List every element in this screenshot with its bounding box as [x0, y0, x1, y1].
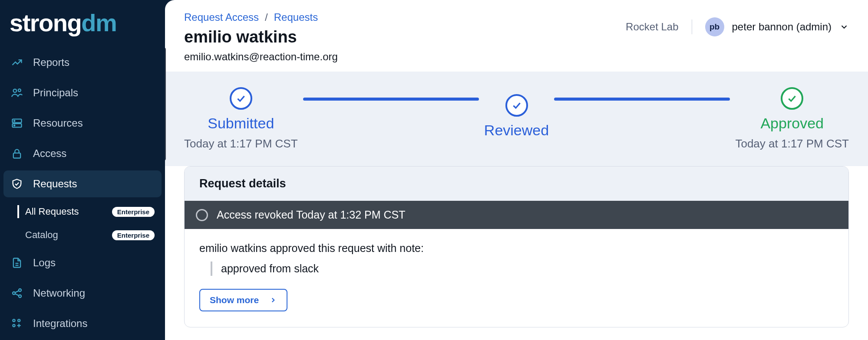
svg-point-15: [18, 319, 20, 321]
sidebar-item-principals[interactable]: Principals: [3, 79, 162, 106]
enterprise-badge: Enterprise: [112, 230, 155, 240]
topbar: Request Access / Requests emilio watkins…: [165, 0, 868, 72]
sidebar-subitem-catalog[interactable]: Catalog Enterprise: [12, 224, 162, 246]
step-approved: Approved Today at 1:17 PM CST: [735, 87, 849, 150]
main-content: Request Access / Requests emilio watkins…: [165, 0, 868, 340]
sidebar-subitem-label: All Requests: [25, 206, 79, 217]
progress-connector: [554, 98, 730, 101]
step-submitted: Submitted Today at 1:17 PM CST: [184, 87, 298, 150]
file-icon: [10, 256, 23, 269]
request-details-panel: Request details Access revoked Today at …: [184, 166, 849, 327]
org-label: Rocket Lab: [626, 21, 678, 33]
svg-rect-6: [13, 153, 20, 158]
sidebar-item-label: Reports: [33, 56, 69, 69]
sidebar-item-label: Principals: [33, 87, 78, 99]
logo-text-dm: dm: [81, 9, 116, 37]
page-title: emilio watkins: [184, 28, 338, 46]
logo: strongdm: [0, 0, 165, 49]
chevron-right-icon: [269, 296, 277, 304]
sidebar-subitem-all-requests[interactable]: All Requests Enterprise: [12, 201, 162, 222]
approval-note: approved from slack: [211, 262, 834, 276]
sidebar-item-label: Resources: [33, 117, 83, 129]
sidebar-item-label: Integrations: [33, 317, 87, 330]
sidebar-item-integrations[interactable]: Integrations: [3, 310, 162, 337]
check-circle-icon: [781, 87, 803, 110]
sidebar-item-networking[interactable]: Networking: [3, 280, 162, 307]
user-name: peter bannon (admin): [732, 21, 832, 33]
banner-text: Access revoked Today at 1:32 PM CST: [217, 209, 405, 221]
shield-check-icon: [10, 177, 23, 190]
logo-text-strong: strong: [10, 9, 81, 37]
check-circle-icon: [230, 87, 252, 110]
chart-icon: [10, 56, 23, 69]
enterprise-badge: Enterprise: [112, 207, 155, 217]
sidebar-item-resources[interactable]: Resources: [3, 110, 162, 137]
svg-line-13: [15, 294, 19, 295]
progress-connector: [303, 98, 479, 101]
step-label: Submitted: [208, 115, 274, 132]
sidebar: strongdm Reports Principals Resources: [0, 0, 165, 340]
sidebar-subnav: All Requests Enterprise Catalog Enterpri…: [3, 201, 162, 246]
svg-line-12: [15, 291, 19, 292]
approval-line: emilio watkins approved this request wit…: [199, 242, 834, 255]
progress-bar: Submitted Today at 1:17 PM CST Reviewed …: [184, 87, 849, 150]
divider: [692, 20, 692, 34]
lock-icon: [10, 147, 23, 160]
sidebar-item-label: Logs: [33, 257, 56, 269]
step-label: Approved: [760, 115, 824, 132]
sidebar-item-label: Requests: [33, 178, 77, 190]
breadcrumb-request-access[interactable]: Request Access: [184, 11, 259, 23]
page-email: emilio.watkins@reaction-time.org: [184, 51, 338, 63]
svg-point-11: [19, 295, 21, 298]
details-body: emilio watkins approved this request wit…: [185, 229, 848, 327]
sidebar-item-label: Networking: [33, 287, 85, 299]
user-menu[interactable]: pb peter bannon (admin): [705, 17, 849, 36]
sidebar-item-reports[interactable]: Reports: [3, 49, 162, 76]
svg-point-4: [14, 121, 15, 121]
svg-point-16: [13, 324, 15, 327]
topbar-right: Rocket Lab pb peter bannon (admin): [626, 11, 849, 36]
breadcrumb-separator: /: [265, 11, 268, 23]
details-header: Request details: [185, 167, 848, 201]
share-icon: [10, 287, 23, 300]
chevron-down-icon: [839, 22, 849, 32]
svg-point-5: [14, 125, 15, 126]
grid-plus-icon: [10, 317, 23, 330]
check-circle-icon: [505, 94, 528, 117]
sidebar-item-access[interactable]: Access: [3, 140, 162, 167]
breadcrumb-requests[interactable]: Requests: [274, 11, 318, 23]
step-label: Reviewed: [484, 122, 549, 139]
svg-point-0: [13, 89, 17, 92]
topbar-left: Request Access / Requests emilio watkins…: [184, 11, 338, 63]
scrollbar-thumb[interactable]: [165, 48, 166, 160]
revoked-banner: Access revoked Today at 1:32 PM CST: [185, 201, 848, 229]
show-more-button[interactable]: Show more: [199, 289, 287, 311]
sidebar-item-label: Access: [33, 147, 66, 160]
circle-icon: [196, 209, 208, 221]
sidebar-subitem-label: Catalog: [25, 229, 58, 241]
svg-point-10: [19, 289, 21, 291]
server-icon: [10, 117, 23, 130]
sidebar-item-requests[interactable]: Requests: [3, 170, 162, 197]
step-time: Today at 1:17 PM CST: [735, 137, 849, 150]
svg-point-14: [13, 319, 15, 321]
step-time: Today at 1:17 PM CST: [184, 137, 298, 150]
step-reviewed: Reviewed: [484, 94, 549, 144]
show-more-label: Show more: [210, 295, 259, 305]
sidebar-item-logs[interactable]: Logs: [3, 249, 162, 276]
svg-point-1: [18, 89, 21, 92]
users-icon: [10, 86, 23, 99]
sidebar-nav: Reports Principals Resources Access Requ: [0, 49, 165, 337]
progress-section: Submitted Today at 1:17 PM CST Reviewed …: [165, 72, 868, 166]
avatar: pb: [705, 17, 724, 36]
svg-point-9: [13, 292, 15, 294]
breadcrumb: Request Access / Requests: [184, 11, 338, 23]
